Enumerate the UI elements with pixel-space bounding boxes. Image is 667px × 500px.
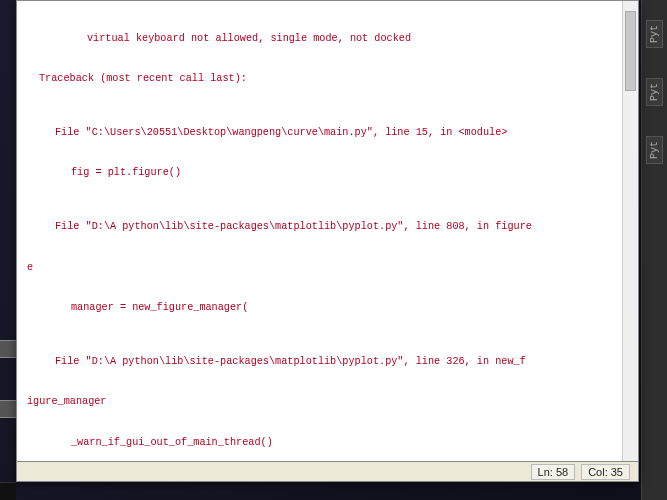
side-tab[interactable]: Pyt: [646, 78, 663, 106]
scroll-thumb[interactable]: [625, 11, 636, 91]
log-line: virtual keyboard not allowed, single mod…: [27, 32, 632, 45]
editor-window: virtual keyboard not allowed, single mod…: [16, 0, 639, 482]
frame-location: File "D:\A python\lib\site-packages\matp…: [27, 355, 632, 368]
frame-location: File "D:\A python\lib\site-packages\matp…: [27, 220, 632, 233]
frame-location: File "C:\Users\20551\Desktop\wangpeng\cu…: [27, 126, 632, 139]
frame-location-wrap: e: [27, 261, 632, 274]
frame-code: _warn_if_gui_out_of_main_thread(): [27, 436, 632, 449]
status-line-number: Ln: 58: [531, 464, 576, 480]
status-bar: Ln: 58 Col: 35: [17, 461, 638, 481]
frame-code: fig = plt.figure(): [27, 166, 632, 179]
side-tab[interactable]: Pyt: [646, 20, 663, 48]
taskbar-fragment: [0, 482, 16, 500]
ide-side-strip: Pyt Pyt Pyt: [641, 0, 667, 500]
side-tab[interactable]: Pyt: [646, 136, 663, 164]
traceback-header: Traceback (most recent call last):: [27, 72, 632, 85]
status-column-number: Col: 35: [581, 464, 630, 480]
frame-location-wrap: igure_manager: [27, 395, 632, 408]
frame-code: manager = new_figure_manager(: [27, 301, 632, 314]
console-output[interactable]: virtual keyboard not allowed, single mod…: [17, 1, 638, 461]
vertical-scrollbar[interactable]: [622, 1, 638, 461]
